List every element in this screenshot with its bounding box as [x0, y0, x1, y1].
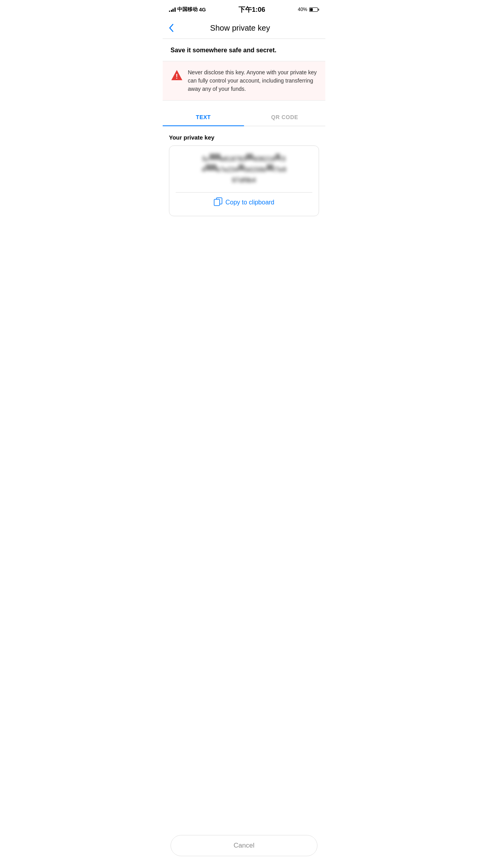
signal-bars [169, 7, 176, 12]
warning-box: ! Never disclose this key. Anyone with y… [163, 61, 325, 101]
redacted-3 [275, 154, 280, 160]
key-box: 5c b818783 608218 /3 4 b7e234 0d156b /7e… [169, 145, 319, 216]
network-label: 4G [199, 7, 206, 13]
redacted-6 [266, 164, 273, 171]
key-section: Your private key 5c b818783 608218 /3 4 … [163, 126, 325, 224]
tab-qrcode[interactable]: QR CODE [244, 108, 325, 126]
copy-button[interactable]: Copy to clipboard [176, 197, 312, 208]
header: Show private key [163, 17, 325, 39]
status-time: 下午1:06 [238, 5, 265, 14]
content: Save it somewhere safe and secret. ! Nev… [163, 39, 325, 224]
carrier-label: 中国移动 [177, 6, 198, 13]
key-divider [176, 192, 312, 193]
status-bar: 中国移动 4G 下午1:06 40% [163, 0, 325, 17]
redacted-5 [238, 164, 244, 171]
copy-icon [214, 197, 222, 208]
back-button[interactable] [169, 22, 177, 34]
status-left: 中国移动 4G [169, 6, 206, 13]
battery-icon [309, 7, 319, 12]
key-label: Your private key [169, 134, 319, 141]
private-key-text: 5c b818783 608218 /3 4 b7e234 0d156b /7e… [176, 154, 312, 186]
save-text: Save it somewhere safe and secret. [163, 39, 325, 61]
redacted-2 [246, 154, 253, 160]
battery-percent: 40% [298, 7, 307, 12]
tabs: TEXT QR CODE [163, 108, 325, 126]
warning-text: Never disclose this key. Anyone with you… [188, 68, 317, 93]
svg-rect-2 [214, 199, 220, 206]
page-title: Show private key [177, 24, 319, 33]
redacted-1 [209, 154, 220, 160]
redacted-4 [205, 164, 216, 171]
tab-text[interactable]: TEXT [163, 108, 244, 126]
warning-icon: ! [171, 69, 182, 81]
copy-label: Copy to clipboard [226, 199, 275, 206]
svg-text:!: ! [176, 73, 178, 80]
status-right: 40% [298, 7, 319, 12]
